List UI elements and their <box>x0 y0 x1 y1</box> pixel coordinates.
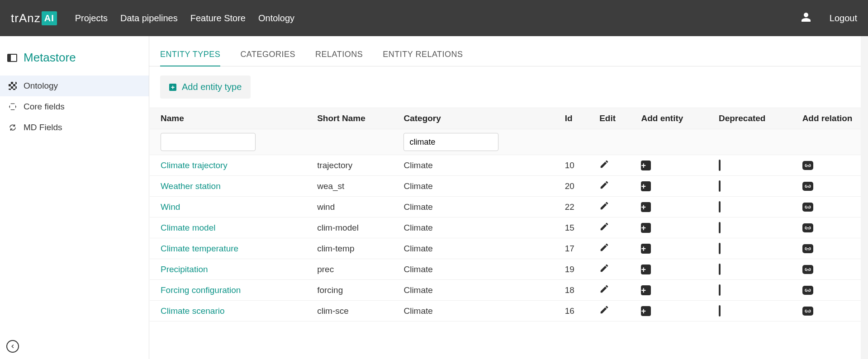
sidebar-title[interactable]: Metastore <box>0 47 149 76</box>
cell-short-name: wind <box>311 197 397 217</box>
cell-id: 20 <box>559 176 593 197</box>
tabs: ENTITY TYPES CATEGORIES RELATIONS ENTITY… <box>149 36 868 66</box>
entity-name-link[interactable]: Climate temperature <box>161 244 238 253</box>
tab-categories[interactable]: CATEGORIES <box>240 50 295 66</box>
logout-link[interactable]: Logout <box>830 13 857 24</box>
sidebar-item-ontology[interactable]: Ontology <box>0 76 149 96</box>
collapse-sidebar-button[interactable] <box>6 340 19 353</box>
entity-types-table: Name Short Name Category Id Edit Add ent… <box>150 108 868 321</box>
cell-id: 17 <box>559 238 593 259</box>
cell-category: Climate <box>397 301 558 321</box>
tab-entity-relations[interactable]: ENTITY RELATIONS <box>383 50 463 66</box>
nav-link-ontology[interactable]: Ontology <box>258 13 294 24</box>
add-relation-icon[interactable] <box>802 286 813 295</box>
table-row: PrecipitationprecClimate19+ <box>150 259 868 280</box>
add-entity-icon[interactable]: + <box>641 223 651 233</box>
col-header-category: Category <box>397 108 558 129</box>
edit-icon[interactable] <box>599 305 609 315</box>
sidebar-title-label: Metastore <box>24 51 76 65</box>
edit-icon[interactable] <box>599 159 609 169</box>
add-entity-icon[interactable]: + <box>641 202 651 212</box>
deprecated-checkbox[interactable] <box>719 264 721 275</box>
deprecated-checkbox[interactable] <box>719 180 721 192</box>
cell-category: Climate <box>397 280 558 301</box>
cell-short-name: clim-model <box>311 217 397 238</box>
add-relation-icon[interactable] <box>802 182 813 191</box>
nav-link-projects[interactable]: Projects <box>75 13 108 24</box>
add-relation-icon[interactable] <box>802 161 813 170</box>
brand-badge: AI <box>42 11 57 25</box>
add-entity-icon[interactable]: + <box>641 285 651 295</box>
entity-name-link[interactable]: Climate model <box>161 223 215 232</box>
scrollbar[interactable] <box>861 36 868 359</box>
cell-short-name: clim-sce <box>311 301 397 321</box>
cell-id: 15 <box>559 217 593 238</box>
cell-short-name: prec <box>311 259 397 280</box>
hexagon-icon <box>8 102 17 111</box>
cell-id: 19 <box>559 259 593 280</box>
add-entity-icon[interactable]: + <box>641 244 651 254</box>
edit-icon[interactable] <box>599 263 609 273</box>
sidebar-item-label: Core fields <box>24 102 65 112</box>
add-relation-icon[interactable] <box>802 244 813 253</box>
brand-name: trAnz <box>11 11 41 25</box>
deprecated-checkbox[interactable] <box>719 222 721 233</box>
tab-entity-types[interactable]: ENTITY TYPES <box>160 50 220 66</box>
table-row: Climate modelclim-modelClimate15+ <box>150 217 868 238</box>
add-entity-type-button[interactable]: + Add entity type <box>160 76 251 99</box>
sidebar-item-md-fields[interactable]: MD Fields <box>0 117 149 138</box>
sidebar-item-label: MD Fields <box>24 123 62 132</box>
deprecated-checkbox[interactable] <box>719 305 721 316</box>
col-header-name: Name <box>150 108 311 129</box>
nav-links: Projects Data pipelines Feature Store On… <box>75 13 294 24</box>
add-relation-icon[interactable] <box>802 203 813 212</box>
col-header-edit: Edit <box>593 108 635 129</box>
nav-link-feature-store[interactable]: Feature Store <box>190 13 246 24</box>
entity-name-link[interactable]: Climate scenario <box>161 306 225 316</box>
edit-icon[interactable] <box>599 201 609 211</box>
filter-row <box>150 129 868 155</box>
checker-icon <box>8 81 17 90</box>
add-entity-icon[interactable]: + <box>641 265 651 274</box>
col-header-relation: Add relation <box>796 108 868 129</box>
entity-name-link[interactable]: Weather station <box>161 181 221 191</box>
entity-name-link[interactable]: Wind <box>161 202 180 212</box>
table-row: Climate trajectorytrajectoryClimate10+ <box>150 155 868 176</box>
content-area: ENTITY TYPES CATEGORIES RELATIONS ENTITY… <box>149 36 868 359</box>
col-header-deprecated: Deprecated <box>712 108 796 129</box>
deprecated-checkbox[interactable] <box>719 284 721 296</box>
deprecated-checkbox[interactable] <box>719 243 721 254</box>
deprecated-checkbox[interactable] <box>719 160 721 171</box>
filter-name-input[interactable] <box>161 133 256 151</box>
edit-icon[interactable] <box>599 242 609 252</box>
cell-category: Climate <box>397 176 558 197</box>
cell-short-name: forcing <box>311 280 397 301</box>
refresh-icon <box>8 123 17 132</box>
filter-category-input[interactable] <box>403 133 498 151</box>
brand-logo[interactable]: trAnzAI <box>11 11 57 25</box>
sidebar: Metastore Ontology Core fields MD Fields <box>0 36 149 359</box>
deprecated-checkbox[interactable] <box>719 201 721 213</box>
cell-id: 10 <box>559 155 593 176</box>
plus-icon: + <box>169 84 176 91</box>
add-entity-icon[interactable]: + <box>641 161 651 170</box>
tab-relations[interactable]: RELATIONS <box>315 50 363 66</box>
add-entity-icon[interactable]: + <box>641 306 651 316</box>
entity-name-link[interactable]: Forcing configuration <box>161 285 241 295</box>
sidebar-item-core-fields[interactable]: Core fields <box>0 96 149 117</box>
add-button-label: Add entity type <box>182 82 242 92</box>
entity-name-link[interactable]: Precipitation <box>161 265 208 274</box>
entity-name-link[interactable]: Climate trajectory <box>161 161 228 170</box>
add-entity-icon[interactable]: + <box>641 181 651 191</box>
user-icon[interactable] <box>801 12 811 24</box>
add-relation-icon[interactable] <box>802 265 813 274</box>
col-header-short: Short Name <box>311 108 397 129</box>
nav-link-data-pipelines[interactable]: Data pipelines <box>120 13 178 24</box>
edit-icon[interactable] <box>599 284 609 294</box>
add-relation-icon[interactable] <box>802 307 813 316</box>
metastore-icon <box>7 54 17 62</box>
edit-icon[interactable] <box>599 180 609 190</box>
top-navbar: trAnzAI Projects Data pipelines Feature … <box>0 0 868 36</box>
add-relation-icon[interactable] <box>802 223 813 232</box>
edit-icon[interactable] <box>599 222 609 231</box>
